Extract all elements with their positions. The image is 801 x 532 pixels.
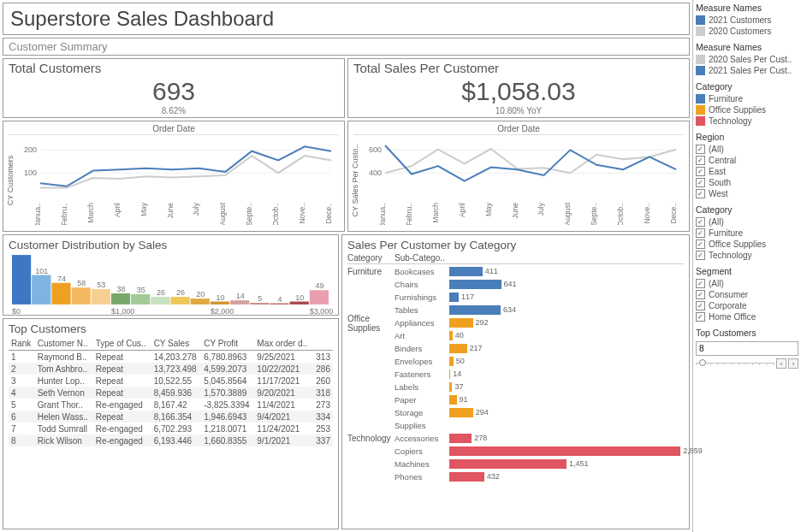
checkbox-icon[interactable]: ✓ [696,312,705,322]
svg-text:14: 14 [236,292,245,300]
filter-item[interactable]: ✓Corporate [696,300,798,311]
svg-text:74: 74 [57,275,66,283]
filter-item[interactable]: ✓(All) [696,216,798,228]
legend-item[interactable]: 2020 Sales Per Cust.. [696,54,798,65]
checkbox-icon[interactable]: ✓ [696,167,705,176]
filter-item[interactable]: ✓Furniture [696,228,798,239]
svg-rect-42 [111,293,130,304]
svg-rect-48 [171,297,190,304]
filter-item[interactable]: ✓(All) [696,144,798,155]
kpi2-value: $1,058.03 [353,77,684,106]
hbar-row[interactable]: Furnishings117 [347,291,684,304]
hbar-row[interactable]: Tables634 [347,304,684,316]
legend-item[interactable]: Technology [696,115,798,127]
table-header[interactable]: Customer N.. [35,337,93,351]
checkbox-icon[interactable]: ✓ [696,156,705,165]
hbar-row[interactable]: Supplies [347,419,684,432]
svg-text:August: August [218,202,227,225]
hbar-row[interactable]: Labels37 [347,381,684,393]
checkbox-icon[interactable]: ✓ [696,301,705,310]
svg-text:10: 10 [216,293,224,302]
hbar-row[interactable]: Copiers2,859 [347,445,684,458]
chart-customer-distribution[interactable]: Customer Distribution by Sales 170101745… [3,234,339,316]
filter-item[interactable]: ✓(All) [696,278,798,289]
chart-cy-sales-per-customer[interactable]: Order Date 400600Janua..Febru..MarchApri… [347,121,690,232]
filter-item[interactable]: ✓West [696,188,798,199]
svg-text:20: 20 [196,290,205,299]
hbar-row[interactable]: Art40 [347,329,684,342]
filter-item[interactable]: ✓Central [696,155,798,166]
table-row[interactable]: 7Todd SumrallRe-engaged6,702.2931,218.00… [9,423,333,434]
checkbox-icon[interactable]: ✓ [696,145,705,154]
hbar-row[interactable]: Machines1,451 [347,458,684,470]
legend-category: Category FurnitureOffice SuppliesTechnol… [696,81,798,127]
side-panel: Measure Names 2021 Customers2020 Custome… [692,0,801,532]
hbar-row[interactable]: Fasteners14 [347,368,684,381]
line-chart-sales: 400600Janua..Febru..MarchAprilMayJuneJul… [353,135,684,225]
hbar-row[interactable]: FurnitureBookcases411 [347,265,684,278]
checkbox-icon[interactable]: ✓ [696,178,705,187]
filter-item[interactable]: ✓Technology [696,250,798,261]
filter-item[interactable]: ✓South [696,177,798,188]
table-header[interactable]: Type of Cus.. [93,337,151,351]
svg-text:March: March [86,203,95,223]
checkbox-icon[interactable]: ✓ [696,217,705,227]
table-header[interactable]: CY Sales [151,337,202,351]
filter-item[interactable]: ✓Office Supplies [696,239,798,250]
table-row[interactable]: 3Hunter Lop..Repeat10,522.555,045.856411… [9,375,333,387]
table-header[interactable]: Rank [9,337,35,351]
top-customers-table[interactable]: RankCustomer N..Type of Cus..CY SalesCY … [9,337,333,446]
checkbox-icon[interactable]: ✓ [696,228,705,238]
table-row[interactable]: 4Seth VernonRepeat8,459.9361,570.38899/2… [9,387,333,399]
table-row[interactable]: 5Grant Thor..Re-engaged8,167.42-3,825.33… [9,399,333,411]
checkbox-icon[interactable]: ✓ [696,189,705,198]
legend-item[interactable]: 2021 Sales Per Cust.. [696,65,798,76]
svg-text:5: 5 [258,294,262,303]
slider-next-button[interactable]: › [788,358,798,369]
spc-col-subcategory: Sub-Catego.. [395,253,445,263]
checkbox-icon[interactable]: ✓ [696,239,705,249]
hbar-row[interactable]: Envelopes50 [347,355,684,368]
legend-item[interactable]: Office Supplies [696,104,798,115]
svg-text:4: 4 [278,295,282,304]
table-header[interactable]: CY Profit [201,337,254,351]
svg-text:Febru..: Febru.. [405,203,413,225]
svg-text:35: 35 [137,286,145,294]
hbar-row[interactable]: Phones432 [347,470,684,483]
top-customers-slider[interactable] [696,359,774,368]
kpi2-sub: 10.80% YoY [353,106,684,115]
checkbox-icon[interactable]: ✓ [696,290,705,299]
top-customers-input[interactable] [696,341,798,356]
svg-rect-32 [12,255,31,304]
table-row[interactable]: 8Rick WilsonRe-engaged6,193.4461,660.835… [9,434,333,446]
hbar-row[interactable]: Binders217 [347,342,684,355]
table-header[interactable]: Max order d.. [254,337,312,351]
svg-rect-40 [92,289,110,304]
legend2-title: Measure Names [696,42,798,52]
legend-item[interactable]: Furniture [696,93,798,104]
filter-item[interactable]: ✓East [696,166,798,177]
sales-per-customer-by-category-panel[interactable]: Sales Per Customer by Category Category … [341,234,690,529]
svg-rect-54 [230,300,249,304]
checkbox-icon[interactable]: ✓ [696,251,705,260]
slider-prev-button[interactable]: ‹ [776,358,786,369]
svg-text:Dece..: Dece.. [324,203,333,224]
legend-item[interactable]: 2020 Customers [696,26,798,37]
table-row[interactable]: 1Raymond B..Repeat14,203.2786,780.89639/… [9,351,333,364]
table-row[interactable]: 2Tom Ashbro..Repeat13,723.4984,599.20731… [9,363,333,375]
table-header[interactable] [312,337,333,351]
hbar-row[interactable]: Chairs641 [347,278,684,291]
svg-text:26: 26 [157,288,165,297]
chart-cy-customers[interactable]: Order Date 100200Janua..Febru..MarchApri… [3,121,345,232]
svg-text:$1,000: $1,000 [111,307,134,315]
hbar-row[interactable]: Storage294 [347,406,684,419]
checkbox-icon[interactable]: ✓ [696,279,705,288]
legend-item[interactable]: 2021 Customers [696,15,798,26]
slider-thumb[interactable] [699,359,706,366]
filter-item[interactable]: ✓Home Office [696,311,798,322]
hbar-row[interactable]: TechnologyAccessories278 [347,432,684,445]
table-row[interactable]: 6Helen Wass..Repeat8,166.3541,946.69439/… [9,411,333,423]
filter-item[interactable]: ✓Consumer [696,289,798,300]
hbar-row[interactable]: Office SuppliesAppliances292 [347,316,684,329]
hbar-row[interactable]: Paper91 [347,393,684,406]
